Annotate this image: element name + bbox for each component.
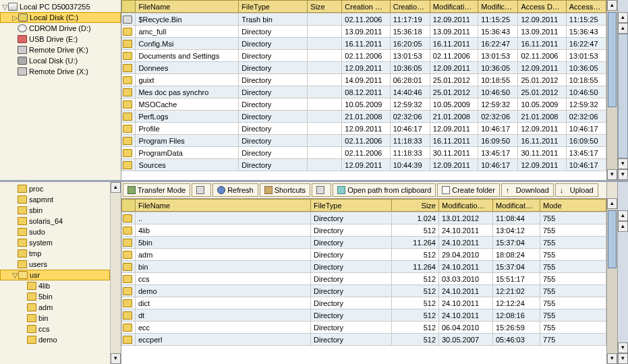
table-row[interactable]: MSOCacheDirectory10.05.200912:59:3210.05… bbox=[122, 98, 606, 111]
col-header[interactable]: Modificatio… bbox=[439, 200, 493, 212]
tree-item[interactable]: tmp bbox=[0, 248, 110, 259]
tree-item[interactable]: sudo bbox=[0, 226, 110, 237]
tree-item[interactable]: ▽usr bbox=[0, 270, 110, 280]
col-header[interactable]: FileName bbox=[136, 1, 239, 13]
col-header[interactable]: Creatio… bbox=[390, 1, 430, 13]
tree-scroll-down-icon[interactable]: ▾ bbox=[111, 353, 121, 364]
remote-scrollbar-outer[interactable]: ▴ ▴ ▾ ▾ bbox=[617, 182, 628, 364]
refresh-button[interactable]: Refresh bbox=[212, 183, 258, 197]
col-icon[interactable] bbox=[122, 200, 136, 212]
table-row[interactable]: ..Directory1.02413.01.201211:08:44755 bbox=[122, 212, 606, 224]
scroll-down-icon[interactable]: ▾ bbox=[607, 169, 617, 180]
col-header[interactable]: Access… bbox=[566, 1, 606, 13]
table-row[interactable]: guixtDirectory14.09.201106:28:0125.01.20… bbox=[122, 74, 606, 86]
tree-item[interactable]: adm bbox=[0, 302, 110, 313]
scroll-bottom-icon[interactable]: ▾ bbox=[618, 169, 628, 180]
local-scrollbar-outer[interactable]: ▴ ▴ ▾ ▾ bbox=[617, 0, 628, 180]
col-header[interactable]: Modificat… bbox=[493, 200, 540, 212]
scroll-top-icon[interactable]: ▴ bbox=[618, 12, 628, 23]
transfer-mode-button[interactable]: Transfer Mode bbox=[123, 183, 190, 197]
download-button[interactable]: Download bbox=[501, 183, 554, 197]
scroll-down2-icon[interactable]: ▾ bbox=[618, 158, 628, 169]
tree-item[interactable]: CDROM Drive (D:) bbox=[0, 23, 121, 34]
table-row[interactable]: Documents and SettingsDirectory02.11.200… bbox=[122, 50, 606, 62]
tree-item[interactable]: system bbox=[0, 237, 110, 248]
table-row[interactable]: binDirectory11.26424.10.201115:37:04755 bbox=[122, 261, 606, 273]
table-row[interactable]: ProfileDirectory12.09.201110:46:1712.09.… bbox=[122, 123, 606, 135]
col-header[interactable]: Mode bbox=[540, 200, 606, 212]
copy2-button[interactable] bbox=[312, 183, 331, 197]
table-row[interactable]: DonneesDirectory12.09.201110:36:0512.09.… bbox=[122, 62, 606, 74]
table-row[interactable]: dictDirectory51224.10.201112:12:24755 bbox=[122, 297, 606, 309]
table-row[interactable]: 5binDirectory11.26424.10.201115:37:04755 bbox=[122, 237, 606, 249]
tree-label: 5bin bbox=[38, 293, 53, 301]
scroll-top-icon[interactable]: ▴ bbox=[618, 210, 628, 221]
cell-type: Directory bbox=[311, 309, 392, 322]
table-row[interactable]: Mes doc pas synchroDirectory08.12.201114… bbox=[122, 86, 606, 98]
tree-item[interactable]: sapmnt bbox=[0, 194, 110, 205]
remote-tree-scroll[interactable]: ▴ ▾ bbox=[110, 182, 121, 364]
tree-item[interactable]: users bbox=[0, 259, 110, 270]
col-header[interactable]: Modific… bbox=[478, 1, 518, 13]
table-row[interactable]: dtDirectory51224.10.201112:08:16755 bbox=[122, 309, 606, 322]
tree-item[interactable]: solaris_64 bbox=[0, 216, 110, 226]
table-row[interactable]: $Recycle.BinTrash bin02.11.200611:17:191… bbox=[122, 13, 606, 26]
tree-item[interactable]: USB Drive (E:) bbox=[0, 34, 121, 44]
tree-item[interactable]: demo bbox=[0, 334, 110, 345]
col-icon[interactable] bbox=[122, 1, 136, 13]
tree-item[interactable]: proc bbox=[0, 183, 110, 194]
scroll-bottom-icon[interactable]: ▾ bbox=[618, 353, 628, 364]
col-header[interactable]: Access D… bbox=[518, 1, 566, 13]
tree-item[interactable]: Remote Drive (K:) bbox=[0, 44, 121, 55]
col-header[interactable]: Size bbox=[308, 1, 342, 13]
cell-adate: 12.09.2011 bbox=[518, 159, 566, 171]
table-row[interactable]: eccperlDirectory51230.05.200705:46:03775 bbox=[122, 334, 606, 346]
tree-item[interactable]: sbin bbox=[0, 205, 110, 216]
create-folder-button[interactable]: Create folder bbox=[437, 183, 500, 197]
cell-name: Documents and Settings bbox=[136, 50, 239, 62]
open-path-button[interactable]: Open path from clipboard bbox=[333, 183, 436, 197]
remote-scrollbar[interactable]: ▴ ▾ bbox=[606, 182, 617, 364]
tree-item[interactable]: ▷Local Disk (C:) bbox=[0, 12, 121, 23]
scroll-up-icon[interactable]: ▴ bbox=[607, 0, 617, 11]
cell-mtime: 11:15:25 bbox=[478, 13, 518, 26]
tree-item[interactable]: Local Disk (U:) bbox=[0, 55, 121, 66]
scroll-up2-icon[interactable]: ▴ bbox=[618, 221, 628, 232]
scroll-down2-icon[interactable]: ▾ bbox=[618, 342, 628, 353]
table-row[interactable]: PerfLogsDirectory21.01.200802:32:0621.01… bbox=[122, 111, 606, 123]
col-header[interactable]: FileName bbox=[136, 200, 311, 212]
col-header[interactable]: Creation … bbox=[342, 1, 390, 13]
tree-item[interactable]: 5bin bbox=[0, 291, 110, 302]
scroll-down-icon[interactable]: ▾ bbox=[607, 353, 617, 364]
tree-item[interactable]: bin bbox=[0, 313, 110, 324]
tree-item[interactable]: 4lib bbox=[0, 280, 110, 291]
table-row[interactable]: Program FilesDirectory02.11.200611:18:33… bbox=[122, 135, 606, 147]
tree-item[interactable]: Remote Drive (X:) bbox=[0, 66, 121, 77]
scroll-up-icon[interactable]: ▴ bbox=[607, 198, 617, 209]
col-header[interactable]: Modificati… bbox=[430, 1, 478, 13]
table-row[interactable]: ccsDirectory51203.03.201015:51:17755 bbox=[122, 273, 606, 285]
cell-name: dt bbox=[136, 309, 311, 322]
scroll-up2-icon[interactable]: ▴ bbox=[618, 23, 628, 34]
table-row[interactable]: eccDirectory51206.04.201015:26:59755 bbox=[122, 322, 606, 334]
table-row[interactable]: amc_fullDirectory13.09.201115:36:1813.09… bbox=[122, 26, 606, 38]
cell-mtime: 12:21:02 bbox=[493, 285, 540, 297]
table-row[interactable]: Config.MsiDirectory16.11.201116:20:0516.… bbox=[122, 38, 606, 50]
col-header[interactable]: FileType bbox=[311, 200, 392, 212]
copy-button[interactable] bbox=[192, 183, 211, 197]
tree-root[interactable]: ▽Local PC D50037255 bbox=[0, 1, 121, 12]
cell-mtime: 15:37:04 bbox=[493, 261, 540, 273]
tree-item[interactable]: ccs bbox=[0, 324, 110, 334]
col-header[interactable]: Size bbox=[392, 200, 439, 212]
table-row[interactable]: SourcesDirectory12.09.201110:44:3912.09.… bbox=[122, 159, 606, 171]
table-row[interactable]: 4libDirectory51224.10.201113:04:12755 bbox=[122, 224, 606, 237]
local-scrollbar[interactable]: ▴ ▾ bbox=[606, 0, 617, 180]
cell-type: Directory bbox=[239, 86, 308, 98]
tree-scroll-up-icon[interactable]: ▴ bbox=[111, 182, 121, 193]
table-row[interactable]: admDirectory51229.04.201018:08:24755 bbox=[122, 249, 606, 261]
table-row[interactable]: ProgramDataDirectory02.11.200611:18:3330… bbox=[122, 147, 606, 159]
shortcuts-button[interactable]: Shortcuts bbox=[260, 183, 310, 197]
table-row[interactable]: demoDirectory51224.10.201112:21:02755 bbox=[122, 285, 606, 297]
upload-button[interactable]: Upload bbox=[555, 183, 598, 197]
col-header[interactable]: FileType bbox=[239, 1, 308, 13]
